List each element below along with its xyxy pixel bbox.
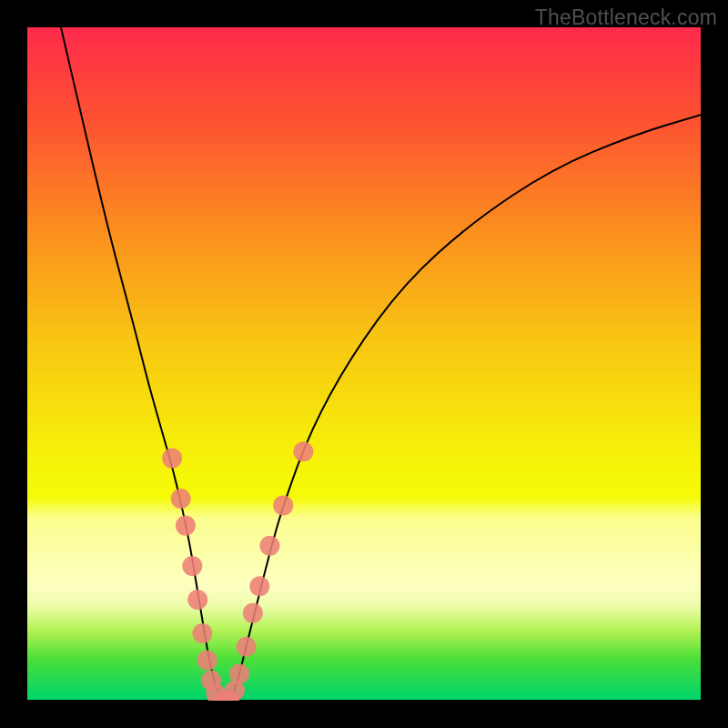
curve-marker [162, 449, 182, 469]
bottleneck-curve [61, 27, 701, 701]
chart-frame: TheBottleneck.com [0, 0, 728, 728]
marker-layer [162, 441, 313, 701]
curve-marker [176, 516, 196, 536]
curve-marker [293, 441, 313, 461]
curve-layer [27, 27, 701, 701]
curve-marker [187, 590, 207, 610]
curve-marker [182, 556, 202, 576]
curve-marker [237, 637, 257, 657]
curve-marker [171, 489, 191, 509]
curve-marker [225, 681, 245, 701]
curve-marker [259, 536, 279, 556]
curve-marker [229, 663, 249, 683]
watermark-text: TheBottleneck.com [535, 5, 717, 30]
curve-marker [243, 603, 263, 623]
curve-marker [192, 623, 212, 643]
curve-marker [197, 651, 217, 671]
curve-marker [249, 576, 269, 596]
plot-area [27, 27, 701, 701]
curve-marker [273, 495, 293, 515]
